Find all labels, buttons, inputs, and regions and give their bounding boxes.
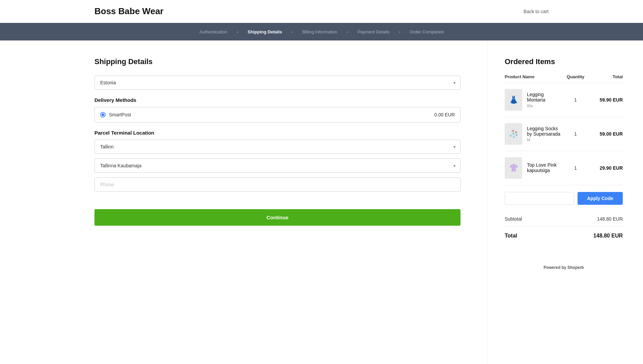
chevron-icon-4: › [399, 29, 400, 34]
continue-button[interactable]: Continue [94, 209, 460, 226]
country-group: Estonia Latvia Lithuania Finland ▾ [94, 76, 460, 90]
order-item-variant-1: M [527, 138, 562, 142]
chevron-icon-1: › [237, 29, 238, 34]
step-completed[interactable]: Order Completed [402, 29, 452, 34]
delivery-option-label: SmartPost [109, 112, 131, 117]
radio-smartpost [100, 112, 106, 117]
location-select-wrapper: Tallinna Kaubamaja Ülemiste Rocca al Mar… [94, 159, 460, 173]
city-select-wrapper: Tallinn Tartu Pärnu ▾ [94, 140, 460, 154]
total-value: 148.80 EUR [593, 233, 623, 239]
order-item-0: 👗 Legging Montaria lilla 1 59.90 EUR [505, 83, 623, 117]
header: Boss Babe Wear Back to cart [0, 0, 643, 23]
shipping-panel: Shipping Details Estonia Latvia Lithuani… [0, 40, 488, 364]
order-item-qty-0: 1 [562, 97, 589, 103]
order-table-header: Product Name Quantity Total [505, 74, 623, 83]
delivery-methods-group: Delivery Methods SmartPost 0.00 EUR [94, 97, 460, 122]
country-select[interactable]: Estonia Latvia Lithuania Finland [94, 76, 460, 90]
product-image-0: 👗 [505, 89, 522, 111]
step-billing[interactable]: Billing Information [294, 29, 345, 34]
site-logo: Boss Babe Wear [94, 6, 164, 17]
order-item-name-1: Legging Socks by Supersarada [527, 126, 562, 137]
order-item-info-1: Legging Socks by Supersarada M [527, 126, 562, 142]
progress-steps: Authentication › Shipping Details › Bill… [191, 29, 451, 34]
step-payment[interactable]: Payment Details [350, 29, 398, 34]
order-item-2: 👚 Top Love Pink kapuutsiga 1 29.90 EUR [505, 151, 623, 185]
total-label: Total [505, 233, 517, 239]
order-item-name-0: Legging Montaria [527, 92, 562, 103]
apply-code-button[interactable]: Apply Code [578, 192, 623, 205]
delivery-method-smartpost[interactable]: SmartPost 0.00 EUR [94, 107, 460, 122]
step-shipping[interactable]: Shipping Details [240, 29, 290, 34]
order-item-total-0: 59.90 EUR [589, 97, 623, 103]
order-item-total-1: 59.00 EUR [589, 131, 623, 137]
parcel-group: Parcel Terminal Location Tallinn Tartu P… [94, 130, 460, 192]
delivery-price: 0.00 EUR [434, 112, 455, 117]
product-image-1: 🧦 [505, 123, 522, 145]
chevron-icon-3: › [347, 29, 348, 34]
total-row: Total 148.80 EUR [505, 227, 623, 245]
step-authentication[interactable]: Authentication [191, 29, 235, 34]
col-product-header: Product Name [505, 74, 562, 79]
order-item-info-0: Legging Montaria lilla [527, 92, 562, 108]
location-select[interactable]: Tallinna Kaubamaja Ülemiste Rocca al Mar… [94, 159, 460, 173]
country-select-wrapper: Estonia Latvia Lithuania Finland ▾ [94, 76, 460, 90]
back-to-cart-link[interactable]: Back to cart [524, 9, 549, 14]
subtotal-value: 148.80 EUR [597, 216, 623, 222]
order-item-1: 🧦 Legging Socks by Supersarada M 1 59.00… [505, 117, 623, 151]
phone-input[interactable] [94, 177, 460, 192]
order-item-variant-0: lilla [527, 104, 562, 108]
order-item-total-2: 29.90 EUR [589, 165, 623, 171]
order-item-qty-2: 1 [562, 165, 589, 171]
shipping-title: Shipping Details [94, 57, 460, 66]
delivery-methods-label: Delivery Methods [94, 97, 460, 103]
city-select[interactable]: Tallinn Tartu Pärnu [94, 140, 460, 154]
powered-by: Powered by Shoperb [505, 265, 623, 270]
parcel-label: Parcel Terminal Location [94, 130, 460, 136]
product-image-2: 👚 [505, 157, 522, 179]
order-panel: Ordered Items Product Name Quantity Tota… [488, 40, 643, 364]
subtotal-label: Subtotal [505, 216, 522, 222]
ordered-title: Ordered Items [505, 57, 623, 66]
main-layout: Shipping Details Estonia Latvia Lithuani… [0, 40, 643, 364]
order-item-info-2: Top Love Pink kapuutsiga [527, 162, 562, 174]
promo-row: Apply Code [505, 192, 623, 205]
subtotal-row: Subtotal 148.80 EUR [505, 212, 623, 227]
progress-bar: Authentication › Shipping Details › Bill… [0, 23, 643, 40]
chevron-icon-2: › [291, 29, 293, 34]
order-item-name-2: Top Love Pink kapuutsiga [527, 162, 562, 173]
powered-by-text: Powered by [543, 265, 566, 270]
powered-by-brand: Shoperb [567, 265, 584, 270]
order-item-qty-1: 1 [562, 131, 589, 137]
col-total-header: Total [589, 74, 623, 79]
promo-code-input[interactable] [505, 192, 574, 205]
col-qty-header: Quantity [562, 74, 589, 79]
